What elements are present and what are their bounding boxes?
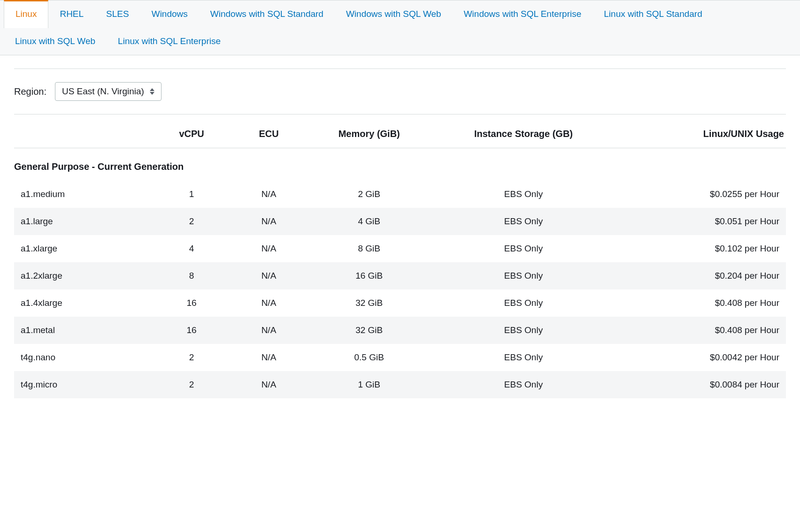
cell-memory: 16 GiB xyxy=(308,262,431,289)
tab-sles[interactable]: SLES xyxy=(95,0,140,28)
cell-usage: $0.102 per Hour xyxy=(616,235,786,262)
cell-usage: $0.408 per Hour xyxy=(616,317,786,344)
col-header-memory: Memory (GiB) xyxy=(308,117,431,148)
cell-name: t4g.nano xyxy=(14,344,153,371)
section-title-row: General Purpose - Current Generation xyxy=(14,148,786,181)
cell-storage: EBS Only xyxy=(431,235,616,262)
cell-storage: EBS Only xyxy=(431,208,616,235)
cell-memory: 8 GiB xyxy=(308,235,431,262)
cell-name: t4g.micro xyxy=(14,371,153,398)
table-row: a1.2xlarge 8 N/A 16 GiB EBS Only $0.204 … xyxy=(14,262,786,289)
cell-name: a1.metal xyxy=(14,317,153,344)
table-row: a1.4xlarge 16 N/A 32 GiB EBS Only $0.408… xyxy=(14,289,786,317)
cell-usage: $0.051 per Hour xyxy=(616,208,786,235)
col-header-ecu: ECU xyxy=(230,117,307,148)
cell-usage: $0.0042 per Hour xyxy=(616,344,786,371)
cell-memory: 0.5 GiB xyxy=(308,344,431,371)
cell-storage: EBS Only xyxy=(431,262,616,289)
cell-usage: $0.204 per Hour xyxy=(616,262,786,289)
cell-ecu: N/A xyxy=(230,289,307,317)
table-row: a1.xlarge 4 N/A 8 GiB EBS Only $0.102 pe… xyxy=(14,235,786,262)
section-title: General Purpose - Current Generation xyxy=(14,148,786,181)
tab-linux-sql-web[interactable]: Linux with SQL Web xyxy=(4,28,107,55)
cell-name: a1.large xyxy=(14,208,153,235)
tab-linux-sql-standard[interactable]: Linux with SQL Standard xyxy=(592,0,713,28)
tab-linux[interactable]: Linux xyxy=(4,0,48,28)
cell-storage: EBS Only xyxy=(431,181,616,208)
col-header-storage: Instance Storage (GB) xyxy=(431,117,616,148)
cell-ecu: N/A xyxy=(230,344,307,371)
cell-vcpu: 16 xyxy=(153,289,230,317)
cell-usage: $0.408 per Hour xyxy=(616,289,786,317)
cell-name: a1.4xlarge xyxy=(14,289,153,317)
cell-usage: $0.0084 per Hour xyxy=(616,371,786,398)
col-header-usage: Linux/UNIX Usage xyxy=(616,117,786,148)
region-label: Region: xyxy=(14,86,46,97)
tab-rhel[interactable]: RHEL xyxy=(48,0,95,28)
cell-vcpu: 16 xyxy=(153,317,230,344)
table-row: t4g.nano 2 N/A 0.5 GiB EBS Only $0.0042 … xyxy=(14,344,786,371)
cell-memory: 1 GiB xyxy=(308,371,431,398)
cell-vcpu: 2 xyxy=(153,208,230,235)
cell-ecu: N/A xyxy=(230,317,307,344)
cell-usage: $0.0255 per Hour xyxy=(616,181,786,208)
region-select[interactable]: US East (N. Virginia) xyxy=(55,82,162,101)
tab-windows-sql-enterprise[interactable]: Windows with SQL Enterprise xyxy=(453,0,593,28)
region-selected-value: US East (N. Virginia) xyxy=(62,86,144,97)
table-row: t4g.micro 2 N/A 1 GiB EBS Only $0.0084 p… xyxy=(14,371,786,398)
pricing-table: vCPU ECU Memory (GiB) Instance Storage (… xyxy=(14,117,786,398)
table-row: a1.large 2 N/A 4 GiB EBS Only $0.051 per… xyxy=(14,208,786,235)
tab-windows-sql-standard[interactable]: Windows with SQL Standard xyxy=(199,0,335,28)
cell-storage: EBS Only xyxy=(431,371,616,398)
cell-ecu: N/A xyxy=(230,371,307,398)
col-header-vcpu: vCPU xyxy=(153,117,230,148)
cell-name: a1.2xlarge xyxy=(14,262,153,289)
tab-windows[interactable]: Windows xyxy=(140,0,199,28)
cell-vcpu: 1 xyxy=(153,181,230,208)
cell-storage: EBS Only xyxy=(431,317,616,344)
cell-ecu: N/A xyxy=(230,181,307,208)
table-row: a1.metal 16 N/A 32 GiB EBS Only $0.408 p… xyxy=(14,317,786,344)
cell-storage: EBS Only xyxy=(431,289,616,317)
cell-vcpu: 8 xyxy=(153,262,230,289)
table-row: a1.medium 1 N/A 2 GiB EBS Only $0.0255 p… xyxy=(14,181,786,208)
tab-linux-sql-enterprise[interactable]: Linux with SQL Enterprise xyxy=(107,28,232,55)
os-tabs: Linux RHEL SLES Windows Windows with SQL… xyxy=(0,0,800,55)
table-header-row: vCPU ECU Memory (GiB) Instance Storage (… xyxy=(14,117,786,148)
region-selector-row: Region: US East (N. Virginia) xyxy=(14,68,786,114)
cell-vcpu: 2 xyxy=(153,344,230,371)
cell-memory: 32 GiB xyxy=(308,317,431,344)
tab-windows-sql-web[interactable]: Windows with SQL Web xyxy=(335,0,453,28)
select-caret-icon xyxy=(150,88,154,95)
cell-name: a1.medium xyxy=(14,181,153,208)
cell-vcpu: 2 xyxy=(153,371,230,398)
cell-ecu: N/A xyxy=(230,262,307,289)
col-header-name xyxy=(14,117,153,148)
cell-memory: 4 GiB xyxy=(308,208,431,235)
cell-memory: 32 GiB xyxy=(308,289,431,317)
cell-name: a1.xlarge xyxy=(14,235,153,262)
cell-ecu: N/A xyxy=(230,235,307,262)
cell-ecu: N/A xyxy=(230,208,307,235)
cell-storage: EBS Only xyxy=(431,344,616,371)
cell-memory: 2 GiB xyxy=(308,181,431,208)
cell-vcpu: 4 xyxy=(153,235,230,262)
